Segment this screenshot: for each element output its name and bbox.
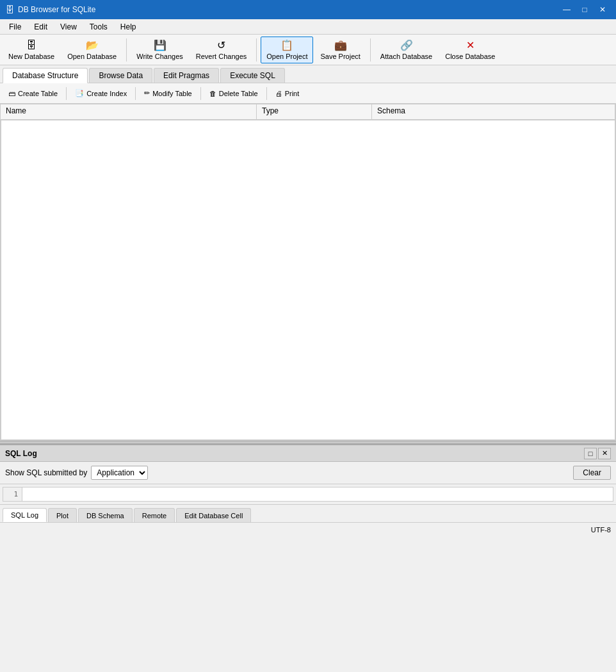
close-button[interactable]: ✕	[594, 3, 611, 17]
delete-table-icon: 🗑	[209, 90, 216, 97]
write-changes-icon: 💾	[154, 39, 166, 51]
revert-changes-button[interactable]: ↺ Revert Changes	[190, 37, 253, 63]
tab-database-structure[interactable]: Database Structure	[3, 68, 88, 83]
create-table-icon: 🗃	[8, 90, 15, 97]
app-icon: 🗄	[5, 4, 14, 15]
toolbar: 🗄 New Database 📂 Open Database 💾 Write C…	[0, 35, 616, 65]
toolbar-separator-1	[126, 38, 127, 61]
attach-database-label: Attach Database	[380, 53, 432, 60]
column-type-header: Type	[257, 104, 372, 119]
bottom-tab-plot[interactable]: Plot	[48, 508, 77, 522]
sql-log-float-button[interactable]: □	[584, 448, 597, 459]
sql-text-area[interactable]	[22, 488, 613, 501]
print-icon: 🖨	[275, 90, 282, 97]
show-sql-label: Show SQL submitted by	[5, 468, 87, 477]
toolbar-separator-3	[370, 38, 371, 61]
modify-table-icon: ✏	[144, 89, 150, 97]
save-project-label: Save Project	[320, 53, 360, 60]
main-tab-bar: Database Structure Browse Data Edit Prag…	[0, 65, 616, 83]
open-database-label: Open Database	[67, 53, 117, 60]
bottom-tab-remote[interactable]: Remote	[134, 508, 175, 522]
encoding-label: UTF-8	[591, 526, 611, 534]
menu-tools[interactable]: Tools	[83, 21, 114, 33]
save-project-icon: 💼	[334, 39, 347, 51]
tab-execute-sql[interactable]: Execute SQL	[220, 68, 285, 83]
menu-edit[interactable]: Edit	[28, 21, 54, 33]
tab-browse-data[interactable]: Browse Data	[89, 68, 152, 83]
open-project-label: Open Project	[266, 53, 307, 60]
revert-changes-icon: ↺	[217, 39, 225, 51]
open-database-icon: 📂	[86, 39, 99, 51]
bottom-tab-edit-database-cell[interactable]: Edit Database Cell	[176, 508, 251, 522]
new-database-button[interactable]: 🗄 New Database	[3, 37, 60, 63]
open-project-icon: 📋	[280, 39, 293, 51]
create-table-button[interactable]: 🗃 Create Table	[3, 85, 63, 102]
attach-database-icon: 🔗	[400, 39, 413, 51]
sql-log-title: SQL Log	[5, 449, 37, 458]
bottom-tab-sql-log[interactable]: SQL Log	[3, 508, 47, 522]
new-database-label: New Database	[8, 53, 54, 60]
write-changes-button[interactable]: 💾 Write Changes	[131, 37, 189, 63]
bottom-tab-bar: SQL Log Plot DB Schema Remote Edit Datab…	[0, 504, 616, 522]
create-table-label: Create Table	[18, 90, 58, 97]
sql-log-content: 1	[3, 487, 613, 502]
close-database-icon: ✕	[466, 39, 474, 51]
attach-database-button[interactable]: 🔗 Attach Database	[375, 37, 438, 63]
minimize-button[interactable]: —	[558, 3, 575, 17]
clear-button[interactable]: Clear	[573, 466, 611, 480]
maximize-button[interactable]: □	[576, 3, 593, 17]
create-index-label: Create Index	[86, 90, 127, 97]
sub-toolbar: 🗃 Create Table 📑 Create Index ✏ Modify T…	[0, 83, 616, 104]
status-bar: UTF-8	[0, 522, 616, 536]
modify-table-button[interactable]: ✏ Modify Table	[138, 85, 198, 102]
create-index-button[interactable]: 📑 Create Index	[69, 85, 133, 102]
revert-changes-label: Revert Changes	[196, 53, 247, 60]
tab-edit-pragmas[interactable]: Edit Pragmas	[154, 68, 219, 83]
toolbar-separator-2	[256, 38, 257, 61]
save-project-button[interactable]: 💼 Save Project	[314, 37, 366, 63]
title-text: DB Browser for SQLite	[18, 5, 558, 14]
delete-table-button[interactable]: 🗑 Delete Table	[204, 85, 264, 102]
sql-log-header-controls: □ ✕	[584, 448, 611, 459]
print-label: Print	[285, 90, 300, 97]
sub-separator-4	[266, 87, 267, 100]
open-project-button[interactable]: 📋 Open Project	[261, 37, 313, 63]
table-header: Name Type Schema	[1, 104, 615, 120]
delete-table-label: Delete Table	[219, 90, 258, 97]
column-schema-header: Schema	[372, 104, 615, 119]
write-changes-label: Write Changes	[136, 53, 183, 60]
print-button[interactable]: 🖨 Print	[270, 85, 305, 102]
sql-submitted-by-dropdown[interactable]: Application User	[91, 466, 148, 480]
window-controls: — □ ✕	[558, 3, 611, 17]
sql-line-numbers: 1	[3, 488, 22, 501]
menu-help[interactable]: Help	[114, 21, 143, 33]
open-database-button[interactable]: 📂 Open Database	[61, 37, 122, 63]
title-bar: 🗄 DB Browser for SQLite — □ ✕	[0, 0, 616, 19]
new-database-icon: 🗄	[26, 40, 36, 51]
bottom-tab-db-schema[interactable]: DB Schema	[78, 508, 133, 522]
structure-table: Name Type Schema	[0, 104, 616, 441]
sql-log-panel: SQL Log □ ✕ Show SQL submitted by Applic…	[0, 444, 616, 504]
close-database-button[interactable]: ✕ Close Database	[439, 37, 501, 63]
create-index-icon: 📑	[75, 89, 84, 97]
menu-view[interactable]: View	[54, 21, 83, 33]
menu-file[interactable]: File	[3, 21, 28, 33]
structure-content	[1, 120, 615, 440]
menu-bar: File Edit View Tools Help	[0, 19, 616, 35]
sub-separator-2	[135, 87, 136, 100]
modify-table-label: Modify Table	[152, 90, 192, 97]
sub-separator-1	[66, 87, 67, 100]
sql-log-header: SQL Log □ ✕	[0, 445, 616, 462]
column-name-header: Name	[1, 104, 257, 119]
sql-log-toolbar: Show SQL submitted by Application User C…	[0, 462, 616, 484]
sub-separator-3	[200, 87, 201, 100]
close-database-label: Close Database	[445, 53, 495, 60]
sql-log-close-button[interactable]: ✕	[598, 448, 611, 459]
